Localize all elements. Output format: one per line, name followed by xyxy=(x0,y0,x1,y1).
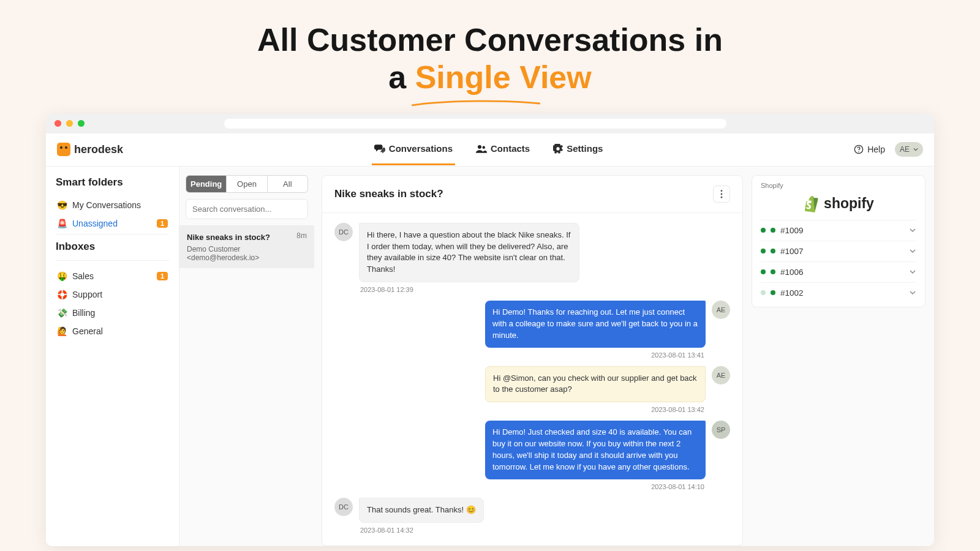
list-tabs: Pending Open All xyxy=(186,175,308,193)
conv-sender: Demo Customer <demo@herodesk.io> xyxy=(187,245,307,262)
window-chrome xyxy=(46,114,934,133)
chevron-down-icon xyxy=(909,269,916,274)
general-icon: 🙋 xyxy=(57,326,67,336)
status-dot-icon xyxy=(761,290,766,295)
search-wrap xyxy=(186,199,308,219)
status-dot-icon xyxy=(761,269,766,274)
lifebuoy-icon: 🛟 xyxy=(57,290,67,299)
message-timestamp: 2023-08-01 12:39 xyxy=(360,286,730,293)
search-input[interactable] xyxy=(186,199,308,219)
chevron-down-icon xyxy=(909,228,916,233)
status-dot-icon xyxy=(771,269,775,274)
kebab-icon xyxy=(720,190,723,198)
sidebar-support[interactable]: 🛟Support xyxy=(56,285,169,304)
shopify-panel: Shopify shopify #1009 #1007 #1006 #1002 xyxy=(752,175,925,307)
brand-logo[interactable]: herodesk xyxy=(57,143,123,156)
nav-settings[interactable]: Settings xyxy=(551,133,605,165)
help-button[interactable]: Help xyxy=(854,144,885,154)
svg-point-4 xyxy=(721,190,723,192)
inboxes-heading: Inboxes xyxy=(56,241,169,253)
messages: DC Hi there, I have a question about the… xyxy=(322,213,742,545)
nav-contacts[interactable]: Contacts xyxy=(473,133,532,165)
conv-time: 8m xyxy=(296,231,307,240)
avatar-ae: AE xyxy=(712,301,730,319)
gear-icon xyxy=(553,144,563,154)
svg-point-6 xyxy=(721,197,723,198)
tab-open[interactable]: Open xyxy=(227,176,267,192)
unassigned-badge: 1 xyxy=(157,219,168,228)
order-row[interactable]: #1009 xyxy=(761,220,916,241)
status-dot-icon xyxy=(771,290,775,295)
chevron-down-icon xyxy=(909,249,916,253)
sidebar: Smart folders 😎My Conversations 🚨Unassig… xyxy=(46,167,179,546)
hero-line2-pre: a xyxy=(388,59,415,95)
message-body: Hi @Simon, can you check with our suppli… xyxy=(485,366,706,403)
help-icon xyxy=(854,144,864,154)
sidebar-billing[interactable]: 💸Billing xyxy=(56,304,169,322)
svg-point-0 xyxy=(478,145,481,149)
thread-panel: Nike sneaks in stock? DC Hi there, I hav… xyxy=(314,167,750,546)
message-body: Hi Demo! Just checked and size 40 is ava… xyxy=(485,421,706,479)
message-timestamp: 2023-08-01 13:42 xyxy=(334,406,704,413)
status-dot-icon xyxy=(761,249,766,253)
svg-point-3 xyxy=(858,151,859,152)
main-nav: Conversations Contacts Settings xyxy=(372,133,606,165)
alert-icon: 🚨 xyxy=(57,219,67,228)
window-maximize-icon[interactable] xyxy=(78,120,85,127)
message-outgoing: Hi Demo! Thanks for reaching out. Let me… xyxy=(334,301,730,348)
message-outgoing: Hi Demo! Just checked and size 40 is ava… xyxy=(334,421,730,479)
money-icon: 🤑 xyxy=(57,271,67,281)
message-note: Hi @Simon, can you check with our suppli… xyxy=(334,366,730,403)
status-dot-icon xyxy=(761,228,766,233)
user-menu[interactable]: AE xyxy=(895,142,923,157)
sidebar-my-conversations[interactable]: 😎My Conversations xyxy=(56,196,169,214)
chevron-down-icon xyxy=(909,290,916,295)
chat-icon xyxy=(374,144,385,154)
window-close-icon[interactable] xyxy=(55,120,61,127)
message-body: Hi there, I have a question about the bl… xyxy=(359,223,579,282)
tab-all[interactable]: All xyxy=(268,176,307,192)
svg-point-1 xyxy=(483,146,486,149)
hero-title: All Customer Conversations in a Single V… xyxy=(0,0,980,114)
user-avatar: AE xyxy=(900,145,910,154)
order-row[interactable]: #1006 xyxy=(761,261,916,282)
contacts-icon xyxy=(476,144,487,153)
message-body: That sounds great. Thanks! 😊 xyxy=(359,498,484,523)
panel-label: Shopify xyxy=(761,182,916,189)
avatar-sp: SP xyxy=(712,421,730,439)
sunglasses-icon: 😎 xyxy=(57,200,67,210)
nav-conversations[interactable]: Conversations xyxy=(372,133,455,165)
billing-icon: 💸 xyxy=(57,308,67,318)
conversation-item[interactable]: Nike sneaks in stock?8m Demo Customer <d… xyxy=(179,225,314,268)
url-bar[interactable] xyxy=(224,119,726,129)
message-body: Hi Demo! Thanks for reaching out. Let me… xyxy=(485,301,706,348)
order-row[interactable]: #1007 xyxy=(761,241,916,261)
order-row[interactable]: #1002 xyxy=(761,282,916,303)
tab-pending[interactable]: Pending xyxy=(186,176,227,192)
message-incoming: DC Hi there, I have a question about the… xyxy=(334,223,730,282)
message-timestamp: 2023-08-01 13:41 xyxy=(334,351,704,359)
smart-folders-heading: Smart folders xyxy=(56,176,169,189)
svg-point-5 xyxy=(721,193,723,195)
thread-actions-button[interactable] xyxy=(713,186,730,203)
sidebar-unassigned[interactable]: 🚨Unassigned1 xyxy=(56,214,169,233)
main-layout: Smart folders 😎My Conversations 🚨Unassig… xyxy=(46,167,934,546)
order-id: #1007 xyxy=(780,247,804,256)
message-timestamp: 2023-08-01 14:10 xyxy=(334,483,704,490)
status-dot-icon xyxy=(771,249,775,253)
conv-title: Nike sneaks in stock? xyxy=(187,233,270,242)
avatar-dc: DC xyxy=(334,223,353,241)
sidebar-general[interactable]: 🙋General xyxy=(56,322,169,340)
order-id: #1006 xyxy=(780,268,804,277)
divider xyxy=(56,234,169,234)
topbar: herodesk Conversations Contacts Settings… xyxy=(46,133,934,167)
status-dot-icon xyxy=(771,228,775,233)
hero-line1: All Customer Conversations in xyxy=(257,22,723,58)
context-panel: Shopify shopify #1009 #1007 #1006 #1002 xyxy=(750,167,934,546)
sidebar-sales[interactable]: 🤑Sales1 xyxy=(56,267,169,285)
message-timestamp: 2023-08-01 14:32 xyxy=(360,527,730,534)
window-minimize-icon[interactable] xyxy=(66,120,73,127)
logo-icon xyxy=(57,143,70,156)
message-incoming: DC That sounds great. Thanks! 😊 xyxy=(334,498,730,523)
order-id: #1002 xyxy=(780,288,804,298)
